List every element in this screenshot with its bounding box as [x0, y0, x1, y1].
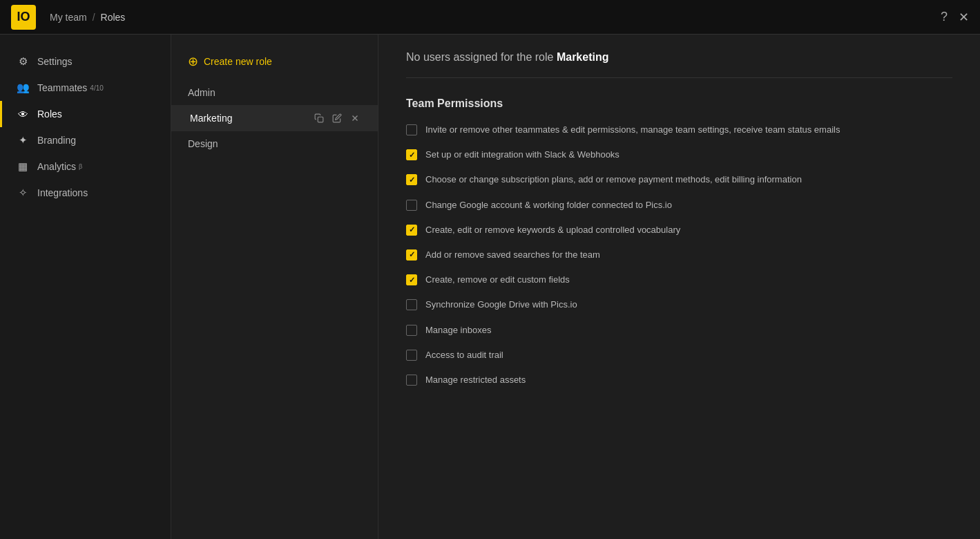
permission-item: Manage inboxes — [406, 324, 952, 337]
sidebar-label-settings: Settings — [37, 56, 73, 67]
permission-label-3: Change Google account & working folder c… — [425, 199, 672, 211]
permission-item: Set up or edit integration with Slack & … — [406, 149, 952, 161]
role-item-admin[interactable]: Admin — [171, 80, 378, 105]
permission-checkbox-7[interactable] — [406, 299, 417, 310]
permission-checkbox-9[interactable] — [406, 350, 417, 361]
permission-checkbox-3[interactable] — [406, 200, 417, 211]
permission-label-10: Manage restricted assets — [425, 374, 526, 386]
role-delete-button[interactable] — [349, 112, 361, 124]
permission-item: Add or remove saved searches for the tea… — [406, 249, 952, 261]
create-role-label: Create new role — [204, 56, 272, 67]
permission-item: Create, remove or edit custom fields — [406, 274, 952, 286]
permission-item: Access to audit trail — [406, 349, 952, 361]
sidebar-item-roles[interactable]: 👁Roles — [0, 101, 171, 127]
no-users-role: Marketing — [557, 51, 609, 63]
permission-item: Change Google account & working folder c… — [406, 199, 952, 211]
permission-checkbox-6[interactable] — [406, 274, 417, 285]
sidebar-label-teammates: Teammates4/10 — [37, 82, 104, 93]
role-item-marketing[interactable]: Marketing — [171, 105, 378, 131]
permissions-list: Invite or remove other teammates & edit … — [406, 124, 952, 386]
permission-checkbox-8[interactable] — [406, 325, 417, 336]
help-icon[interactable]: ? — [941, 10, 948, 24]
roles-panel: ⊕ Create new role AdminMarketingDesign — [171, 35, 378, 539]
role-edit-button[interactable] — [331, 112, 343, 124]
permission-label-1: Set up or edit integration with Slack & … — [425, 149, 619, 161]
breadcrumb-parent[interactable]: My team — [50, 12, 87, 23]
create-role-button[interactable]: ⊕ Create new role — [171, 48, 378, 80]
permission-label-2: Choose or change subscription plans, add… — [425, 173, 802, 186]
permission-item: Choose or change subscription plans, add… — [406, 173, 952, 186]
permission-label-8: Manage inboxes — [425, 324, 491, 337]
analytics-icon: ▦ — [17, 160, 29, 173]
content-area: No users assigned for the role Marketing… — [378, 35, 980, 539]
sidebar-label-analytics: Analyticsβ — [37, 161, 82, 172]
permission-item: Invite or remove other teammates & edit … — [406, 124, 952, 136]
permission-label-0: Invite or remove other teammates & edit … — [425, 124, 840, 136]
permission-label-5: Add or remove saved searches for the tea… — [425, 249, 600, 261]
sidebar-item-analytics[interactable]: ▦Analyticsβ — [0, 153, 171, 180]
permission-label-9: Access to audit trail — [425, 349, 503, 361]
logo: IO — [11, 5, 36, 30]
permission-checkbox-2[interactable] — [406, 174, 417, 185]
close-icon[interactable]: ✕ — [959, 10, 969, 25]
topbar: IO My team / Roles ? ✕ — [0, 0, 980, 35]
permission-checkbox-4[interactable] — [406, 225, 417, 236]
breadcrumb-current: Roles — [101, 12, 126, 23]
sidebar-label-branding: Branding — [37, 135, 76, 146]
permissions-title: Team Permissions — [406, 97, 952, 110]
permission-item: Synchronize Google Drive with Pics.io — [406, 299, 952, 311]
permission-label-4: Create, edit or remove keywords & upload… — [425, 224, 680, 236]
permission-item: Create, edit or remove keywords & upload… — [406, 224, 952, 236]
sidebar: ⚙Settings👥Teammates4/10👁Roles✦Branding▦A… — [0, 35, 171, 539]
role-copy-button[interactable] — [313, 112, 325, 124]
sidebar-item-integrations[interactable]: ✧Integrations — [0, 180, 171, 206]
role-actions — [313, 112, 361, 124]
breadcrumb-separator: / — [93, 12, 95, 23]
permission-item: Manage restricted assets — [406, 374, 952, 386]
sidebar-label-roles: Roles — [37, 108, 62, 120]
role-name-admin: Admin — [188, 87, 361, 98]
no-users-prefix: No users assigned for the role — [406, 51, 553, 63]
branding-icon: ✦ — [17, 134, 29, 146]
role-item-design[interactable]: Design — [171, 131, 378, 156]
sidebar-item-branding[interactable]: ✦Branding — [0, 127, 171, 153]
topbar-actions: ? ✕ — [941, 10, 969, 25]
no-users-message: No users assigned for the role Marketing — [406, 51, 952, 78]
sidebar-item-settings[interactable]: ⚙Settings — [0, 48, 171, 75]
permission-checkbox-1[interactable] — [406, 149, 417, 160]
permission-checkbox-0[interactable] — [406, 124, 417, 135]
sidebar-label-integrations: Integrations — [37, 187, 88, 198]
teammates-icon: 👥 — [17, 82, 29, 94]
main-layout: ⚙Settings👥Teammates4/10👁Roles✦Branding▦A… — [0, 35, 980, 539]
integrations-icon: ✧ — [17, 187, 29, 199]
permission-label-6: Create, remove or edit custom fields — [425, 274, 570, 286]
plus-circle-icon: ⊕ — [188, 54, 198, 69]
permission-checkbox-10[interactable] — [406, 375, 417, 386]
role-name-design: Design — [188, 138, 361, 149]
breadcrumb: My team / Roles — [50, 12, 125, 23]
roles-icon: 👁 — [17, 108, 29, 120]
svg-rect-0 — [318, 117, 323, 122]
permission-label-7: Synchronize Google Drive with Pics.io — [425, 299, 577, 311]
role-name-marketing: Marketing — [190, 113, 313, 124]
permission-checkbox-5[interactable] — [406, 249, 417, 261]
settings-icon: ⚙ — [17, 55, 29, 68]
sidebar-item-teammates[interactable]: 👥Teammates4/10 — [0, 75, 171, 101]
